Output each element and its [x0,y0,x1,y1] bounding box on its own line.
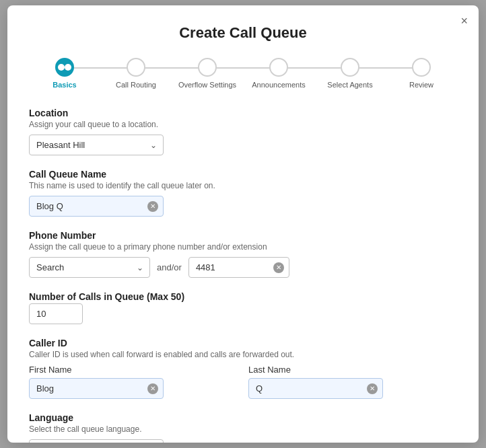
location-desc: Assign your call queue to a location. [29,120,457,129]
step-circle-overflow [198,58,217,77]
caller-id-label: Caller ID [29,338,457,348]
last-name-label: Last Name [248,365,457,375]
last-name-input-wrapper: ✕ [248,378,383,399]
last-name-input[interactable] [248,378,383,399]
caller-id-first-name-col: First Name ✕ [29,365,238,399]
modal-overlay: × Create Call Queue Basics Call Routing … [0,0,486,448]
location-select-wrapper[interactable]: Pleasant Hill ⌄ [29,135,164,155]
first-name-label: First Name [29,365,238,375]
stepper: Basics Call Routing Overflow Settings An… [29,58,457,89]
extension-input-wrapper: ✕ [188,257,289,278]
step-label-overflow: Overflow Settings [178,81,236,89]
calls-in-queue-input-wrapper [29,303,457,324]
step-label-review: Review [409,81,433,89]
caller-id-row: First Name ✕ Last Name ✕ [29,365,457,399]
step-call-routing[interactable]: Call Routing [100,58,172,89]
phone-number-section: Phone Number Assign the call queue to a … [29,230,457,278]
step-circle-basics [55,58,74,77]
call-queue-name-desc: This name is used to identify the call q… [29,181,457,190]
step-label-agents: Select Agents [327,81,372,89]
step-overflow-settings[interactable]: Overflow Settings [172,58,243,89]
language-label: Language [29,412,457,423]
step-review[interactable]: Review [386,58,457,89]
language-select[interactable]: English [29,439,164,443]
calls-in-queue-section: Number of Calls in Queue (Max 50) [29,291,457,324]
phone-search-select-wrapper[interactable]: Search ⌄ [29,257,150,278]
language-section: Language Select the call queue language.… [29,412,457,443]
modal-title: Create Call Queue [29,24,457,42]
step-basics[interactable]: Basics [29,58,100,89]
last-name-clear-button[interactable]: ✕ [367,383,378,394]
step-select-agents[interactable]: Select Agents [314,58,386,89]
close-button[interactable]: × [460,15,468,27]
language-select-wrapper[interactable]: English ⌄ [29,439,164,443]
call-queue-name-label: Call Queue Name [29,169,457,180]
phone-search-select[interactable]: Search [29,257,150,278]
step-announcements[interactable]: Announcements [243,58,314,89]
calls-in-queue-label: Number of Calls in Queue (Max 50) [29,291,457,302]
step-circle-agents [341,58,359,77]
call-queue-name-input-wrapper: ✕ [29,196,164,217]
extension-clear-button[interactable]: ✕ [273,262,284,273]
location-label: Location [29,108,457,118]
calls-in-queue-input[interactable] [29,303,83,324]
phone-row: Search ⌄ and/or ✕ [29,257,457,278]
call-queue-name-clear-button[interactable]: ✕ [147,201,158,212]
create-call-queue-modal: × Create Call Queue Basics Call Routing … [7,5,479,443]
call-queue-name-section: Call Queue Name This name is used to ide… [29,169,457,217]
location-select[interactable]: Pleasant Hill [29,135,164,155]
and-or-label: and/or [157,262,182,272]
caller-id-desc: Caller ID is used when call forward is e… [29,350,457,359]
step-label-announcements: Announcements [252,81,306,89]
first-name-input-wrapper: ✕ [29,378,164,399]
step-label-basics: Basics [53,81,76,89]
call-queue-name-input[interactable] [29,196,164,217]
first-name-input[interactable] [29,378,164,399]
phone-number-label: Phone Number [29,230,457,241]
first-name-clear-button[interactable]: ✕ [147,383,158,394]
phone-number-desc: Assign the call queue to a primary phone… [29,242,457,252]
step-circle-review [412,58,431,77]
caller-id-last-name-col: Last Name ✕ [248,365,457,399]
step-circle-call-routing [127,58,145,77]
location-section: Location Assign your call queue to a loc… [29,108,457,155]
step-label-call-routing: Call Routing [116,81,156,89]
step-circle-announcements [269,58,288,77]
caller-id-section: Caller ID Caller ID is used when call fo… [29,338,457,399]
language-desc: Select the call queue language. [29,424,457,434]
